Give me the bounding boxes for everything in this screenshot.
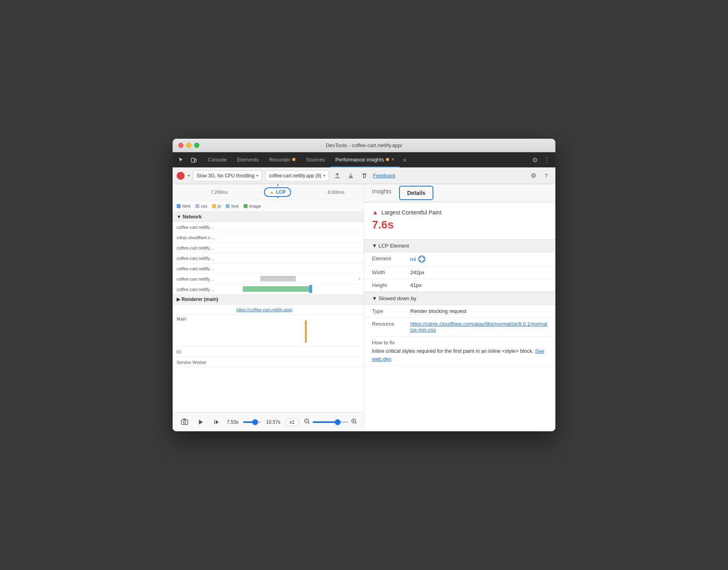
zoom-out-icon[interactable] [304,418,310,426]
toolbar: ▾ Slow 3G, No CPU throttling ▾ coffee-ca… [173,167,555,184]
url-arrow-icon: ▾ [323,173,325,178]
tab-details-wrapper: Details [399,184,433,202]
close-tab-icon[interactable]: ✕ [391,157,395,162]
svg-point-3 [183,421,186,423]
chevron-right-icon[interactable]: › [356,276,364,282]
network-throttle-select[interactable]: Slow 3G, No CPU throttling ▾ [193,170,262,181]
bottom-timeline: 7.53s 10.57s x1 [173,412,364,431]
zoom-in-icon[interactable] [351,418,357,426]
slowed-down-section-header[interactable]: ▼ Slowed down by [364,292,555,305]
table-row: coffee-cart.netlify… [173,284,364,295]
tab-overflow-button[interactable]: » [400,156,409,163]
bar-container [236,284,364,295]
tab-sources[interactable]: Sources [301,152,330,167]
skip-to-start-button[interactable] [211,417,222,428]
network-bar-blue [309,285,312,293]
renderer-sw-row: Service Worker [173,357,364,368]
upload-icon[interactable] [332,171,342,181]
element-inspect-icon[interactable] [418,256,425,263]
lcp-element-section-header[interactable]: ▼ LCP Element [364,239,555,252]
svg-rect-4 [183,419,186,420]
feedback-link[interactable]: Feedback [373,173,395,179]
bar-container [236,274,356,284]
element-value: h4 [410,256,425,263]
lcp-marker-badge[interactable]: ▲ LCP [264,187,291,197]
tab-elements[interactable]: Elements [232,152,264,167]
tab-recorder[interactable]: Recorder [264,152,300,167]
bar-container [236,347,364,357]
lcp-element-row: Element h4 [364,252,555,266]
lcp-warning-icon: ▲ [270,190,274,195]
resource-row: Resource https://cdnjs.cloudflare.com/aj… [364,318,555,336]
renderer-url-link[interactable]: https://coffee-cart.netlify.app/ [236,307,292,312]
renderer-section-header[interactable]: ▶ Renderer (main) [173,295,364,305]
close-button[interactable] [178,143,183,148]
legend-row: html css js font image [173,200,364,212]
network-section-header[interactable]: ▼ Network [173,212,364,222]
table-row: coffee-cart.netlify… [173,222,364,232]
js-dot [212,204,216,208]
right-tabs: Insights Details [364,184,555,202]
table-row: coffee-cart.netlify… [173,253,364,263]
lcp-height-row: Height 41px [364,279,555,292]
minimize-button[interactable] [186,143,191,148]
legend-font: font [226,204,238,208]
timeline-header: 7,200ms ▲ LCP 8,000ms [173,184,364,200]
screenshot-toggle-button[interactable] [179,417,190,428]
bar-container [236,232,364,243]
tab-performance-insights[interactable]: Performance insights ✕ [331,152,399,167]
bar-container [236,263,364,274]
zoom-slider-thumb[interactable] [335,419,340,425]
settings-icon[interactable]: ⚙ [530,155,540,165]
zoom-slider-track[interactable] [313,421,348,423]
speed-badge[interactable]: x1 [285,418,299,426]
insight-lcp: ▲ Largest Contentful Paint 7.6s [364,202,555,239]
start-time-label: 7.53s [227,419,238,425]
recorder-badge [292,158,295,161]
more-options-icon[interactable]: ⋮ [542,155,552,165]
bar-container [236,357,364,368]
traffic-lights [178,143,199,148]
timeline-slider[interactable] [243,421,261,423]
record-dropdown-arrow[interactable]: ▾ [188,173,190,178]
device-mode-icon[interactable] [189,155,199,165]
lcp-warning-icon: ▲ [372,209,378,216]
devtools-tab-bar: Console Elements Recorder Sources Perfor… [173,152,555,167]
image-dot [244,204,248,208]
lcp-value: 7.6s [372,218,547,231]
tab-details[interactable]: Details [399,186,433,200]
record-button[interactable] [177,172,185,180]
see-web-dev-link[interactable]: See web.dev [372,348,544,362]
network-bar-green [243,286,309,292]
lcp-width-row: Width 242px [364,266,555,279]
bar-container [236,222,364,232]
right-panel: Insights Details ▲ Largest Contentful Pa… [364,184,555,431]
how-to-fix-text: Inline critical styles required for the … [372,347,547,363]
maximize-button[interactable] [194,143,199,148]
tab-insights[interactable]: Insights [364,184,399,202]
insight-title-row: ▲ Largest Contentful Paint [372,209,547,216]
window-title: DevTools - coffee-cart.netlify.app/ [326,142,402,148]
html-dot [177,204,181,208]
help-icon[interactable]: ? [541,171,551,181]
download-icon[interactable] [346,171,356,181]
title-bar: DevTools - coffee-cart.netlify.app/ [173,139,555,152]
perf-badge [386,158,389,161]
resource-link[interactable]: https://cdnjs.cloudflare.com/ajax/libs/n… [410,321,547,333]
main-thread-bar [305,320,307,342]
tab-console[interactable]: Console [203,152,232,167]
svg-line-10 [308,423,309,424]
slider-thumb[interactable] [252,419,258,425]
url-selector[interactable]: coffee-cart.netlify.app (9) ▾ [265,170,329,181]
delete-icon[interactable] [359,171,370,181]
play-button[interactable] [195,417,206,428]
lcp-label: LCP [276,189,285,195]
devtools-right-icons: ⚙ ⋮ [530,155,552,165]
renderer-url-row: https://coffee-cart.netlify.app/ [173,305,364,315]
renderer-main-row: Main [173,315,364,347]
cursor-icon[interactable] [176,155,186,165]
renderer-io-row: IO [173,347,364,357]
table-row: cdnjs.cloudflare.c… [173,232,364,243]
table-row: coffee-cart.netlify… › [173,274,364,284]
gear-icon[interactable]: ⚙ [528,171,539,181]
